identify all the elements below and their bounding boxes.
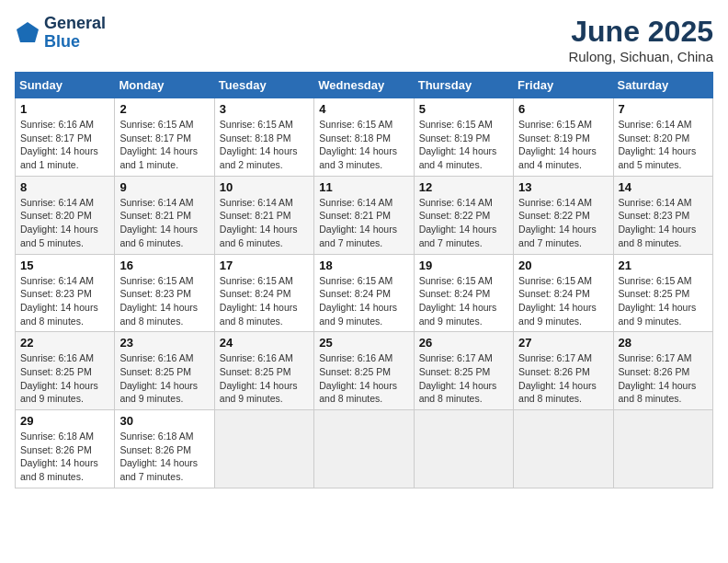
table-row: 23 Sunrise: 6:16 AMSunset: 8:25 PMDaylig… <box>115 332 214 410</box>
table-row: 14 Sunrise: 6:14 AMSunset: 8:23 PMDaylig… <box>613 176 712 254</box>
empty-cell <box>214 410 313 488</box>
table-row: 27 Sunrise: 6:17 AMSunset: 8:26 PMDaylig… <box>514 332 613 410</box>
table-row: 3 Sunrise: 6:15 AMSunset: 8:18 PMDayligh… <box>214 98 313 177</box>
title-area: June 2025 Rulong, Sichuan, China <box>568 15 713 64</box>
table-row: 4 Sunrise: 6:15 AMSunset: 8:18 PMDayligh… <box>314 98 414 177</box>
col-wednesday: Wednesday <box>314 73 414 98</box>
table-row: 5 Sunrise: 6:15 AMSunset: 8:19 PMDayligh… <box>414 98 513 177</box>
col-monday: Monday <box>115 73 214 98</box>
col-friday: Friday <box>514 73 613 98</box>
table-row: 2 Sunrise: 6:15 AMSunset: 8:17 PMDayligh… <box>115 98 214 177</box>
col-sunday: Sunday <box>16 73 115 98</box>
col-saturday: Saturday <box>613 73 712 98</box>
table-row: 18 Sunrise: 6:15 AMSunset: 8:24 PMDaylig… <box>314 254 414 332</box>
table-row: 9 Sunrise: 6:14 AMSunset: 8:21 PMDayligh… <box>115 176 214 254</box>
table-row: 11 Sunrise: 6:14 AMSunset: 8:21 PMDaylig… <box>314 176 414 254</box>
week-row-4: 22 Sunrise: 6:16 AMSunset: 8:25 PMDaylig… <box>16 332 713 410</box>
week-row-3: 15 Sunrise: 6:14 AMSunset: 8:23 PMDaylig… <box>16 254 713 332</box>
month-title: June 2025 <box>568 15 713 49</box>
calendar-table: Sunday Monday Tuesday Wednesday Thursday… <box>15 72 713 488</box>
week-row-1: 1 Sunrise: 6:16 AMSunset: 8:17 PMDayligh… <box>16 98 713 177</box>
logo: General Blue <box>15 15 106 52</box>
table-row: 20 Sunrise: 6:15 AMSunset: 8:24 PMDaylig… <box>514 254 613 332</box>
table-row: 25 Sunrise: 6:16 AMSunset: 8:25 PMDaylig… <box>314 332 414 410</box>
col-thursday: Thursday <box>414 73 513 98</box>
empty-cell <box>414 410 513 488</box>
table-row: 22 Sunrise: 6:16 AMSunset: 8:25 PMDaylig… <box>16 332 115 410</box>
table-row: 6 Sunrise: 6:15 AMSunset: 8:19 PMDayligh… <box>514 98 613 177</box>
table-row: 30 Sunrise: 6:18 AMSunset: 8:26 PMDaylig… <box>115 410 214 488</box>
svg-marker-0 <box>17 22 39 42</box>
table-row: 12 Sunrise: 6:14 AMSunset: 8:22 PMDaylig… <box>414 176 513 254</box>
empty-cell <box>514 410 613 488</box>
table-row: 7 Sunrise: 6:14 AMSunset: 8:20 PMDayligh… <box>613 98 712 177</box>
logo-line1: General <box>44 15 106 33</box>
table-row: 13 Sunrise: 6:14 AMSunset: 8:22 PMDaylig… <box>514 176 613 254</box>
logo-text: General Blue <box>44 15 106 52</box>
table-row: 17 Sunrise: 6:15 AMSunset: 8:24 PMDaylig… <box>214 254 313 332</box>
table-row: 15 Sunrise: 6:14 AMSunset: 8:23 PMDaylig… <box>16 254 115 332</box>
empty-cell <box>314 410 414 488</box>
table-row: 28 Sunrise: 6:17 AMSunset: 8:26 PMDaylig… <box>613 332 712 410</box>
table-row: 1 Sunrise: 6:16 AMSunset: 8:17 PMDayligh… <box>16 98 115 177</box>
header: General Blue June 2025 Rulong, Sichuan, … <box>15 15 713 64</box>
logo-icon <box>15 20 40 46</box>
table-row: 29 Sunrise: 6:18 AMSunset: 8:26 PMDaylig… <box>16 410 115 488</box>
table-row: 19 Sunrise: 6:15 AMSunset: 8:24 PMDaylig… <box>414 254 513 332</box>
location: Rulong, Sichuan, China <box>568 49 713 64</box>
table-row: 24 Sunrise: 6:16 AMSunset: 8:25 PMDaylig… <box>214 332 313 410</box>
col-tuesday: Tuesday <box>214 73 313 98</box>
week-row-5: 29 Sunrise: 6:18 AMSunset: 8:26 PMDaylig… <box>16 410 713 488</box>
logo-line2: Blue <box>44 33 106 52</box>
table-row: 10 Sunrise: 6:14 AMSunset: 8:21 PMDaylig… <box>214 176 313 254</box>
table-row: 8 Sunrise: 6:14 AMSunset: 8:20 PMDayligh… <box>16 176 115 254</box>
table-row: 21 Sunrise: 6:15 AMSunset: 8:25 PMDaylig… <box>613 254 712 332</box>
week-row-2: 8 Sunrise: 6:14 AMSunset: 8:20 PMDayligh… <box>16 176 713 254</box>
header-row: Sunday Monday Tuesday Wednesday Thursday… <box>16 73 713 98</box>
empty-cell <box>613 410 712 488</box>
table-row: 16 Sunrise: 6:15 AMSunset: 8:23 PMDaylig… <box>115 254 214 332</box>
table-row: 26 Sunrise: 6:17 AMSunset: 8:25 PMDaylig… <box>414 332 513 410</box>
